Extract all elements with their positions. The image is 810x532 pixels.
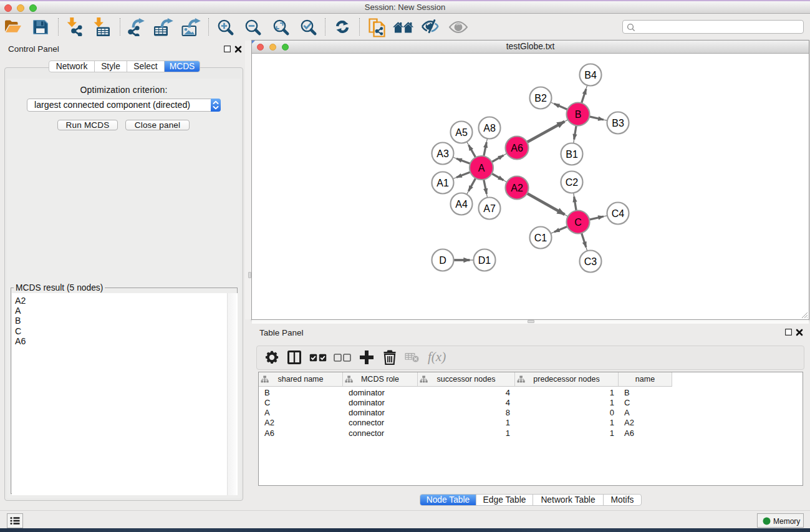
svg-text:A7: A7 xyxy=(483,203,496,214)
svg-text:C3: C3 xyxy=(584,256,597,267)
svg-text:A2: A2 xyxy=(511,183,523,193)
svg-text:C2: C2 xyxy=(566,177,579,188)
svg-text:D1: D1 xyxy=(478,255,491,266)
svg-text:A3: A3 xyxy=(436,148,449,159)
svg-text:A8: A8 xyxy=(483,123,496,133)
svg-text:A6: A6 xyxy=(511,143,523,153)
svg-text:C1: C1 xyxy=(534,233,547,243)
svg-text:A5: A5 xyxy=(455,127,468,138)
svg-text:B1: B1 xyxy=(566,149,578,160)
svg-text:C: C xyxy=(574,217,582,228)
svg-text:C4: C4 xyxy=(612,208,625,219)
svg-text:A: A xyxy=(478,163,485,173)
svg-text:D: D xyxy=(439,255,446,266)
svg-text:B4: B4 xyxy=(584,70,597,80)
svg-text:A1: A1 xyxy=(436,178,449,188)
svg-text:B2: B2 xyxy=(534,93,547,104)
svg-text:B: B xyxy=(575,109,582,120)
svg-text:B3: B3 xyxy=(612,118,624,128)
svg-text:A4: A4 xyxy=(455,199,468,210)
